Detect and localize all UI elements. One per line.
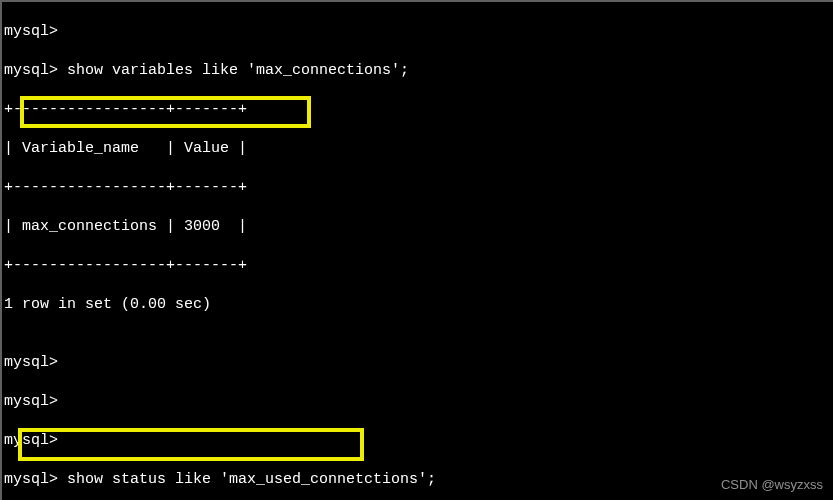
table-header: | Variable_name | Value | bbox=[4, 139, 831, 159]
command-line: mysql> show variables like 'max_connecti… bbox=[4, 61, 831, 81]
table-border: +-----------------+-------+ bbox=[4, 100, 831, 120]
result-summary: 1 row in set (0.00 sec) bbox=[4, 295, 831, 315]
watermark: CSDN @wsyzxss bbox=[721, 477, 823, 494]
table-row: | max_connections | 3000 | bbox=[4, 217, 831, 237]
command-line: mysql> show status like 'max_used_connet… bbox=[4, 470, 831, 490]
prompt-line: mysql> bbox=[4, 353, 831, 373]
terminal-output[interactable]: mysql> mysql> show variables like 'max_c… bbox=[0, 0, 833, 500]
prompt-line: mysql> bbox=[4, 431, 831, 451]
table-border: +-----------------+-------+ bbox=[4, 256, 831, 276]
prompt-line: mysql> bbox=[4, 392, 831, 412]
prompt-line: mysql> bbox=[4, 22, 831, 42]
table-border: +-----------------+-------+ bbox=[4, 178, 831, 198]
